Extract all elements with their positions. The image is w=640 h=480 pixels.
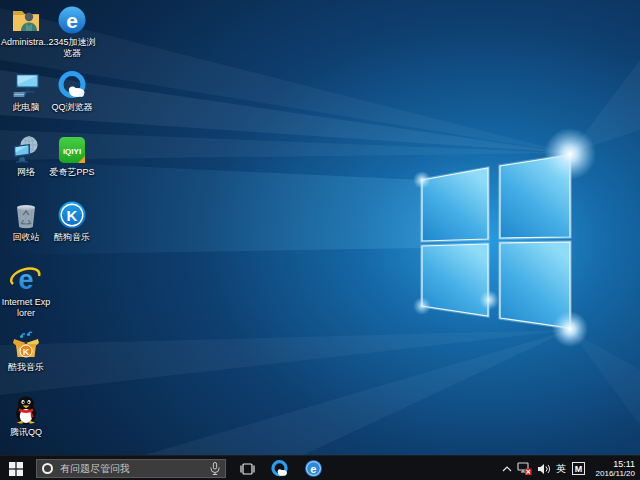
microphone-icon[interactable] [210,462,220,475]
desktop-icon-label: 腾讯QQ [1,427,51,438]
windows-desktop: Administra... 此电脑 [0,0,640,480]
clock[interactable]: 15:11 2016/11/20 [588,456,640,480]
desktop-icon-network[interactable]: 网络 [1,134,51,178]
qq-browser-icon [270,459,289,478]
qq-browser-icon [56,69,88,101]
speaker-icon [537,463,550,475]
ie-icon: e [10,264,42,296]
start-button[interactable] [0,456,32,480]
windows-logo-icon [9,462,23,476]
svg-text:iQIYI: iQIYI [63,147,81,156]
kugou-k-icon: K [56,199,88,231]
desktop-icon-label: 网络 [1,167,51,178]
desktop-icon-label: QQ浏览器 [47,102,97,113]
desktop-icon-internet-explorer[interactable]: e Internet Explorer [1,264,51,319]
taskbar-search[interactable] [36,459,226,478]
desktop-icon-2345-browser[interactable]: e 2345加速浏览器 [47,4,97,59]
desktop-icon-recycle-bin[interactable]: 回收站 [1,199,51,243]
cortana-circle-icon [42,463,53,474]
search-input[interactable] [58,462,210,475]
taskbar: e [0,455,640,480]
2345-browser-icon: e [304,459,323,478]
ime-language-label: 英 [556,462,566,476]
taskbar-2345-browser-button[interactable]: e [298,456,328,480]
desktop-icon-label: 爱奇艺PPS [47,167,97,178]
desktop-icon-label: 此电脑 [1,102,51,113]
clock-time: 15:11 [613,459,635,469]
desktop-icon-label: 酷我音乐 [1,362,51,373]
ime-language-button[interactable]: 英 [553,456,569,480]
chevron-up-icon [502,466,512,472]
desktop-icon-label: 酷狗音乐 [47,232,97,243]
desktop-icon-label: Administra... [1,37,51,48]
desktop-icon-label: Internet Explorer [1,297,51,319]
svg-text:e: e [310,463,316,475]
desktop-icon-tencent-qq[interactable]: 腾讯QQ [1,394,51,438]
clock-date: 2016/11/20 [596,469,635,479]
taskbar-qq-browser-button[interactable] [264,456,294,480]
desktop-icon-this-pc[interactable]: 此电脑 [1,69,51,113]
svg-text:e: e [66,9,78,32]
iqiyi-icon: iQIYI [56,134,88,166]
desktop-icon-iqiyi[interactable]: iQIYI 爱奇艺PPS [47,134,97,178]
desktop-icon-kuwo-music[interactable]: K 酷我音乐 [1,329,51,373]
volume-button[interactable] [534,456,553,480]
desktop-icon-kugou[interactable]: K 酷狗音乐 [47,199,97,243]
desktop-icon-label: 回收站 [1,232,51,243]
qq-penguin-icon [10,394,42,426]
ime-mode-label: M [572,462,585,475]
network-globe-icon [10,134,42,166]
system-tray: 英 M 15:11 2016/11/20 [499,456,640,480]
kuwo-box-icon: K [10,329,42,361]
desktop-icon-administrator[interactable]: Administra... [1,4,51,48]
user-folder-icon [10,4,42,36]
network-disconnected-icon [517,462,532,475]
svg-text:K: K [23,347,30,357]
ime-mode-button[interactable]: M [569,456,588,480]
task-view-button[interactable] [234,456,260,480]
desktop-icon-label: 2345加速浏览器 [47,37,97,59]
network-status-button[interactable] [515,456,534,480]
2345-browser-icon: e [56,4,88,36]
hidden-icons-button[interactable] [499,456,515,480]
computer-icon [10,69,42,101]
svg-text:K: K [67,207,78,224]
task-view-icon [240,463,255,475]
desktop-icon-qq-browser[interactable]: QQ浏览器 [47,69,97,113]
recycle-bin-icon [10,199,42,231]
